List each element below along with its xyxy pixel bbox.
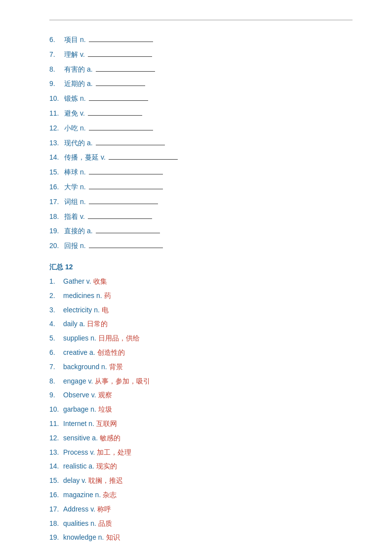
fill-item: 17. 词组 n. bbox=[49, 196, 353, 208]
fill-line bbox=[96, 145, 165, 145]
vocab-en: background n. bbox=[63, 361, 107, 373]
vocab-cn: 现实的 bbox=[96, 461, 117, 472]
fill-pos: v. bbox=[80, 211, 85, 223]
vocab-item: 6. creative a. 创造性的 bbox=[49, 347, 353, 359]
fill-chinese: 词组 bbox=[64, 196, 78, 208]
fill-number: 14. bbox=[49, 152, 64, 164]
fill-item: 6. 项目 n. bbox=[49, 34, 353, 46]
vocab-num: 4. bbox=[49, 318, 63, 330]
vocab-en: sensitive a. bbox=[63, 432, 98, 444]
vocab-item: 13. Process v. 加工，处理 bbox=[49, 447, 353, 459]
vocab-cn: 创造性的 bbox=[97, 347, 125, 359]
vocab-item: 2. medicines n. 药 bbox=[49, 290, 353, 302]
vocab-cn: 日常的 bbox=[87, 318, 108, 330]
vocab-item: 7. background n. 背景 bbox=[49, 361, 353, 373]
vocab-num: 16. bbox=[49, 489, 63, 501]
fill-item: 14. 传播，蔓延 v. bbox=[49, 152, 353, 164]
vocab-cn: 从事，参加，吸引 bbox=[95, 376, 150, 387]
vocab-item: 10. garbage n. 垃圾 bbox=[49, 404, 353, 416]
fill-item: 9. 近期的 a. bbox=[49, 78, 353, 90]
fill-pos: v. bbox=[80, 49, 85, 61]
vocab-en: Internet n. bbox=[63, 418, 94, 430]
fill-chinese: 锻炼 bbox=[64, 93, 78, 105]
fill-item: 20. 回报 n. bbox=[49, 240, 353, 252]
fill-chinese: 理解 bbox=[64, 49, 78, 61]
fill-pos: n. bbox=[80, 181, 86, 193]
vocab-cn: 垃圾 bbox=[98, 404, 112, 416]
vocab-cn: 互联网 bbox=[96, 418, 117, 430]
fill-chinese: 有害的 bbox=[64, 64, 85, 76]
fill-number: 18. bbox=[49, 211, 64, 223]
vocab-item: 16. magazine n. 杂志 bbox=[49, 489, 353, 501]
fill-pos: a. bbox=[87, 225, 93, 237]
fill-chinese: 指着 bbox=[64, 211, 78, 223]
vocab-num: 9. bbox=[49, 389, 63, 401]
fill-pos: a. bbox=[87, 64, 93, 76]
vocab-en: Observe v. bbox=[63, 389, 96, 401]
fill-line bbox=[89, 248, 163, 248]
vocab-cn: 背景 bbox=[109, 361, 123, 373]
vocab-num: 1. bbox=[49, 276, 63, 288]
fill-pos: n. bbox=[80, 196, 86, 208]
vocab-en: Process v. bbox=[63, 447, 95, 459]
vocab-item: 1. Gather v. 收集 bbox=[49, 276, 353, 288]
vocab-num: 8. bbox=[49, 376, 63, 387]
vocab-item: 18. qualities n. 品质 bbox=[49, 518, 353, 530]
fill-number: 11. bbox=[49, 108, 64, 120]
vocab-cn: 收集 bbox=[93, 276, 107, 288]
fill-item: 13. 现代的 a. bbox=[49, 137, 353, 149]
fill-line bbox=[89, 189, 163, 189]
vocab-num: 10. bbox=[49, 404, 63, 416]
fill-line bbox=[96, 71, 155, 72]
fill-chinese: 避免 bbox=[64, 108, 78, 120]
fill-line bbox=[89, 204, 158, 204]
fill-pos: n. bbox=[80, 123, 86, 134]
vocab-en: garbage n. bbox=[63, 404, 96, 416]
fill-number: 17. bbox=[49, 196, 64, 208]
vocab-item: 9. Observe v. 观察 bbox=[49, 389, 353, 401]
vocab-item: 4. daily a. 日常的 bbox=[49, 318, 353, 330]
fill-pos: n. bbox=[80, 167, 86, 178]
vocab-en: Address v. bbox=[63, 504, 95, 515]
fill-line bbox=[96, 85, 145, 86]
vocab-en: qualities n. bbox=[63, 518, 96, 530]
vocab-num: 7. bbox=[49, 361, 63, 373]
vocab-cn: 电 bbox=[102, 304, 109, 316]
vocab-num: 2. bbox=[49, 290, 63, 302]
vocab-cn: 杂志 bbox=[103, 489, 117, 501]
vocab-num: 12. bbox=[49, 432, 63, 444]
vocab-item: 14. realistic a. 现实的 bbox=[49, 461, 353, 472]
fill-chinese: 直接的 bbox=[64, 225, 85, 237]
fill-chinese: 大学 bbox=[64, 181, 78, 193]
vocab-cn: 加工，处理 bbox=[97, 447, 131, 459]
vocab-num: 5. bbox=[49, 333, 63, 344]
fill-number: 8. bbox=[49, 64, 64, 76]
fill-pos: v. bbox=[101, 152, 106, 164]
fill-line bbox=[109, 159, 178, 160]
fill-item: 11. 避免 v. bbox=[49, 108, 353, 120]
vocab-num: 19. bbox=[49, 532, 63, 544]
fill-line bbox=[89, 130, 153, 130]
fill-item: 12. 小吃 n. bbox=[49, 123, 353, 134]
fill-item: 16. 大学 n. bbox=[49, 181, 353, 193]
summary-title: 汇总 12 bbox=[49, 263, 353, 272]
fill-line bbox=[89, 42, 153, 42]
vocab-item: 5. supplies n. 日用品，供给 bbox=[49, 333, 353, 344]
summary-section: 汇总 12 1. Gather v. 收集 2. medicines n. 药 … bbox=[49, 263, 353, 544]
vocab-cn: 称呼 bbox=[97, 504, 111, 515]
vocab-item: 17. Address v. 称呼 bbox=[49, 504, 353, 515]
fill-pos: v. bbox=[80, 108, 85, 120]
fill-item: 18. 指着 v. bbox=[49, 211, 353, 223]
vocab-cn: 日用品，供给 bbox=[98, 333, 140, 344]
vocab-cn: 知识 bbox=[106, 532, 120, 544]
fill-line bbox=[89, 174, 163, 174]
vocab-item: 12. sensitive a. 敏感的 bbox=[49, 432, 353, 444]
fill-number: 13. bbox=[49, 137, 64, 149]
fill-item: 15. 棒球 n. bbox=[49, 167, 353, 178]
fill-line bbox=[96, 233, 160, 233]
vocab-num: 18. bbox=[49, 518, 63, 530]
fill-chinese: 棒球 bbox=[64, 167, 78, 178]
vocab-en: supplies n. bbox=[63, 333, 96, 344]
vocab-en: creative a. bbox=[63, 347, 95, 359]
vocab-num: 13. bbox=[49, 447, 63, 459]
